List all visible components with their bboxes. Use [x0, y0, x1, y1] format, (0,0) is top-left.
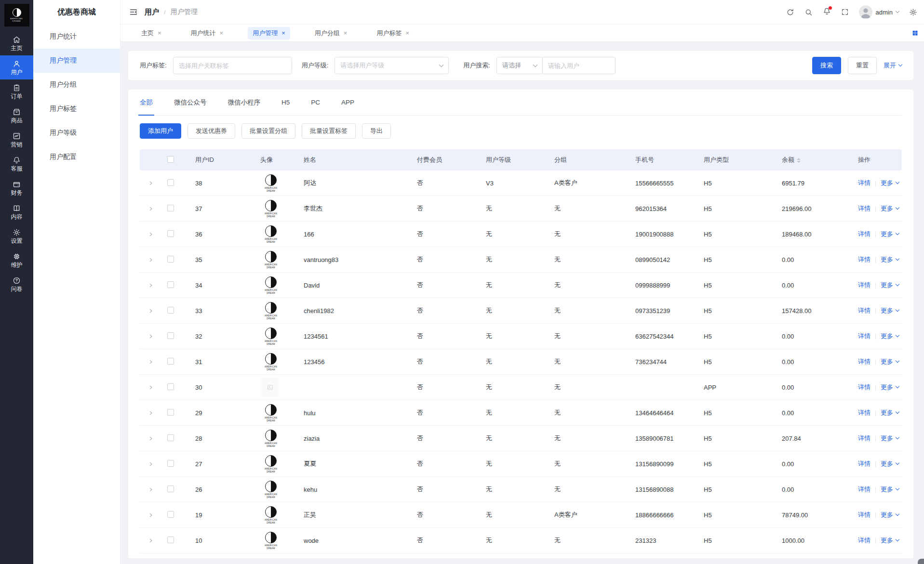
brand-logo[interactable]: AMERICAN DREAM	[4, 4, 29, 26]
expand-row-icon[interactable]	[147, 360, 152, 364]
table-row[interactable]: 34 AMERICANDREAM David 否 无 无 0999888999 …	[140, 273, 902, 298]
sort-icon[interactable]	[797, 158, 801, 163]
row-more-link[interactable]: 更多	[881, 383, 899, 392]
table-row[interactable]: 37 AMERICANDREAM 李世杰 否 无 无 962015364 H5 …	[140, 196, 902, 222]
row-detail-link[interactable]: 详情	[858, 536, 870, 545]
row-more-link[interactable]: 更多	[881, 357, 899, 366]
user-type-tab[interactable]: 全部	[140, 90, 153, 115]
expand-row-icon[interactable]	[147, 258, 152, 262]
row-checkbox[interactable]	[167, 511, 174, 518]
notification-button[interactable]	[823, 7, 831, 17]
table-row[interactable]: 32 AMERICANDREAM 1234561 否 无 无 636275423…	[140, 324, 902, 349]
rail-item-home[interactable]: 主页	[0, 31, 33, 55]
row-more-link[interactable]: 更多	[881, 204, 899, 213]
expand-filters-link[interactable]: 展开	[884, 61, 902, 70]
row-detail-link[interactable]: 详情	[858, 281, 870, 289]
rail-item-order[interactable]: 订单	[0, 79, 33, 104]
sidebar-item-2[interactable]: 用户分组	[33, 73, 120, 97]
row-checkbox[interactable]	[167, 230, 174, 237]
row-checkbox[interactable]	[167, 281, 174, 288]
expand-row-icon[interactable]	[147, 386, 152, 389]
sidebar-item-0[interactable]: 用户统计	[33, 25, 120, 49]
fullscreen-icon[interactable]	[841, 8, 849, 16]
table-action-button-1[interactable]: 批量设置分组	[241, 123, 295, 139]
expand-row-icon[interactable]	[147, 513, 152, 517]
expand-row-icon[interactable]	[147, 488, 152, 491]
level-filter-select[interactable]: 请选择用户等级	[335, 57, 449, 74]
sidebar-item-5[interactable]: 用户配置	[33, 145, 120, 169]
table-row[interactable]: 29 AMERICANDREAM hulu 否 无 无 13464646464 …	[140, 400, 902, 426]
user-search-input[interactable]	[543, 57, 616, 74]
tab-close-icon[interactable]: ×	[281, 30, 285, 36]
table-row[interactable]: 36 AMERICANDREAM 166 否 无 无 19001900888 H…	[140, 222, 902, 247]
expand-row-icon[interactable]	[147, 335, 152, 338]
row-more-link[interactable]: 更多	[881, 179, 899, 187]
tab-close-icon[interactable]: ×	[158, 30, 161, 36]
row-more-link[interactable]: 更多	[881, 485, 899, 494]
row-detail-link[interactable]: 详情	[858, 408, 870, 417]
reload-icon[interactable]	[786, 8, 794, 16]
row-checkbox[interactable]	[167, 307, 174, 314]
tab-close-icon[interactable]: ×	[405, 30, 409, 36]
row-detail-link[interactable]: 详情	[858, 306, 870, 315]
row-detail-link[interactable]: 详情	[858, 357, 870, 366]
rail-item-settings[interactable]: 设置	[0, 224, 33, 248]
user-type-tab[interactable]: H5	[281, 90, 290, 115]
row-checkbox[interactable]	[167, 537, 174, 543]
table-row[interactable]: 19 AMERICANDREAM 正昊 否 无 A类客户 18866666666…	[140, 502, 902, 528]
user-type-tab[interactable]: APP	[341, 90, 354, 115]
row-detail-link[interactable]: 详情	[858, 485, 870, 494]
user-type-tab[interactable]: 微信公众号	[174, 90, 207, 115]
rail-item-user[interactable]: 用户	[0, 55, 33, 79]
page-tab[interactable]: 用户统计 ×	[186, 27, 228, 39]
row-checkbox[interactable]	[167, 409, 174, 416]
row-more-link[interactable]: 更多	[881, 255, 899, 264]
table-row[interactable]: 27 AMERICANDREAM 夏夏 否 无 无 13156890099 H5…	[140, 451, 902, 477]
table-row[interactable]: 10 AMERICANDREAM wode 否 无 无 231323 H5 10…	[140, 528, 902, 553]
row-more-link[interactable]: 更多	[881, 230, 899, 238]
add-user-button[interactable]: 添加用户	[140, 123, 181, 139]
table-row[interactable]: 38 AMERICANDREAM 阿达 否 V3 A类客户 1556666555…	[140, 171, 902, 196]
row-checkbox[interactable]	[167, 179, 174, 186]
search-icon[interactable]	[804, 8, 813, 16]
search-type-select[interactable]: 请选择	[496, 57, 543, 74]
row-checkbox[interactable]	[167, 460, 174, 467]
menu-fold-icon[interactable]	[129, 8, 138, 16]
row-more-link[interactable]: 更多	[881, 536, 899, 545]
row-checkbox[interactable]	[167, 332, 174, 339]
table-action-button-3[interactable]: 导出	[362, 123, 391, 139]
expand-row-icon[interactable]	[147, 233, 152, 236]
table-action-button-0[interactable]: 发送优惠券	[187, 123, 235, 139]
rail-item-goods[interactable]: 商品	[0, 104, 33, 128]
user-type-tab[interactable]: PC	[311, 90, 320, 115]
rail-item-marketing[interactable]: 营销	[0, 128, 33, 152]
row-detail-link[interactable]: 详情	[858, 332, 870, 341]
row-more-link[interactable]: 更多	[881, 408, 899, 417]
expand-row-icon[interactable]	[147, 411, 152, 415]
sidebar-item-1[interactable]: 用户管理	[33, 49, 120, 73]
page-tab[interactable]: 用户标签 ×	[372, 27, 414, 39]
page-tab[interactable]: 用户分组 ×	[310, 27, 352, 39]
rail-item-maintenance[interactable]: 维护	[0, 248, 33, 272]
table-row[interactable]: 35 AMERICANDREAM vantruong83 否 无 无 08990…	[140, 247, 902, 273]
row-checkbox[interactable]	[167, 256, 174, 262]
rail-item-content[interactable]: 内容	[0, 200, 33, 224]
row-more-link[interactable]: 更多	[881, 306, 899, 315]
row-detail-link[interactable]: 详情	[858, 383, 870, 392]
row-checkbox[interactable]	[167, 383, 174, 390]
table-row[interactable]: 26 AMERICANDREAM kehu 否 无 无 13156890088 …	[140, 477, 902, 502]
expand-row-icon[interactable]	[147, 284, 152, 287]
table-row[interactable]: 31 AMERICANDREAM 123456 否 无 无 736234744 …	[140, 349, 902, 375]
row-more-link[interactable]: 更多	[881, 332, 899, 341]
page-tab[interactable]: 主页 ×	[136, 27, 166, 39]
row-detail-link[interactable]: 详情	[858, 459, 870, 468]
page-tab[interactable]: 用户管理 ×	[248, 27, 290, 39]
gear-icon[interactable]	[909, 8, 917, 16]
tab-close-icon[interactable]: ×	[220, 30, 224, 36]
user-type-tab[interactable]: 微信小程序	[228, 90, 261, 115]
expand-row-icon[interactable]	[147, 539, 152, 542]
expand-row-icon[interactable]	[147, 437, 152, 440]
table-row[interactable]: 30 否 无 无 APP 0.00 详情更多	[140, 375, 902, 400]
row-more-link[interactable]: 更多	[881, 459, 899, 468]
rail-item-survey[interactable]: 问卷	[0, 272, 33, 296]
